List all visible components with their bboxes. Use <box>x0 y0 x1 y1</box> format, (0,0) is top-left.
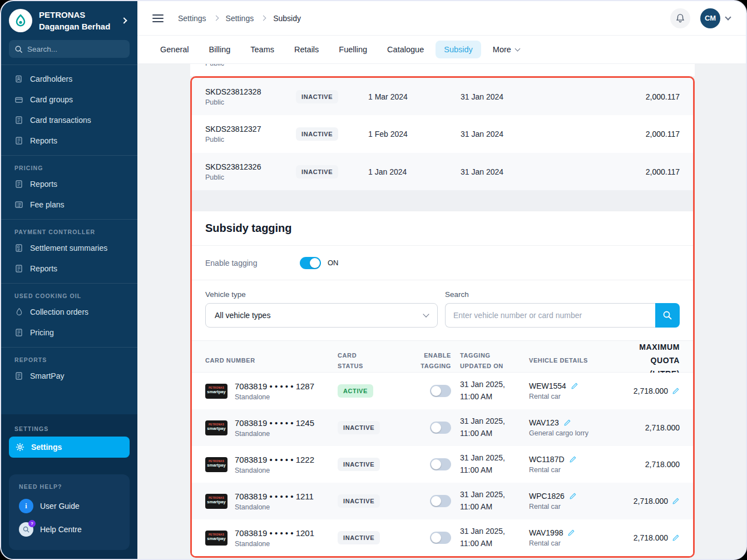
sidebar: PETRONAS Dagangan Berhad Cardholders Car… <box>1 1 137 559</box>
breadcrumb-item[interactable]: Settings <box>226 14 254 23</box>
row-tagging-toggle[interactable] <box>430 495 451 507</box>
table-row[interactable]: PETRONASsmartpay 7083819 • • • • • 1201S… <box>192 519 693 556</box>
sidebar-item-payment-reports[interactable]: Reports <box>1 258 137 279</box>
table-row[interactable]: SKDS23812327Public INACTIVE 1 Feb 2024 3… <box>192 115 693 152</box>
tagging-updated-on: 31 Jan 2025, 11:00 AM <box>451 526 529 549</box>
search-button[interactable] <box>655 303 680 328</box>
table-row[interactable]: SKDS23812328Public INACTIVE 1 Mar 2024 3… <box>192 78 693 115</box>
breadcrumb-item[interactable]: Settings <box>178 14 206 23</box>
notifications-button[interactable] <box>670 8 690 28</box>
row-tagging-toggle[interactable] <box>430 458 451 470</box>
user-guide-icon: i <box>19 499 33 513</box>
sidebar-item-label: SmartPay <box>30 371 64 380</box>
subsidy-content: Public SKDS23812328Public INACTIVE 1 Mar… <box>137 64 746 559</box>
sidebar-search-input[interactable] <box>27 45 124 53</box>
vehicle-type: Rental car <box>529 393 616 400</box>
edit-quota-icon[interactable] <box>672 387 680 395</box>
tab-billing[interactable]: Billing <box>201 41 239 58</box>
sidebar-item-uco-pricing[interactable]: Pricing <box>1 322 137 343</box>
table-row[interactable]: PETRONASsmartpay 7083819 • • • • • 1211S… <box>192 483 693 519</box>
chevron-right-icon <box>213 16 219 21</box>
reports-icon <box>14 264 23 273</box>
sidebar-item-reports[interactable]: Reports <box>1 130 137 151</box>
enable-tagging-toggle[interactable] <box>300 257 321 269</box>
table-row[interactable]: SKDS23812326Public INACTIVE 1 Jan 2024 3… <box>192 153 693 190</box>
card-type: Standalone <box>235 503 314 511</box>
edit-quota-icon[interactable] <box>672 534 680 542</box>
vehicle-type: Rental car <box>529 539 616 547</box>
tab-retails[interactable]: Retails <box>286 41 327 58</box>
settings-zone: SETTINGS Settings NEED HELP? i User Guid… <box>1 414 137 559</box>
help-centre-icon: ? <box>19 522 33 537</box>
tab-general[interactable]: General <box>152 41 197 58</box>
card-type: Standalone <box>235 467 314 474</box>
vehicle-number: WC1187D <box>529 455 565 464</box>
tab-teams[interactable]: Teams <box>242 41 283 58</box>
sidebar-item-label: Settlement summaries <box>30 244 107 252</box>
pricing-icon <box>14 328 23 337</box>
edit-vehicle-icon[interactable] <box>569 455 577 463</box>
card-number: 7083819 • • • • • 1287 <box>235 381 314 391</box>
sidebar-item-pricing-reports[interactable]: Reports <box>1 174 137 194</box>
column-header: CARD NUMBER <box>205 355 338 366</box>
tab-more-label: More <box>493 45 511 54</box>
help-centre-link[interactable]: ? Help Centre <box>16 518 123 541</box>
card-number: 7083819 • • • • • 1211 <box>235 492 314 501</box>
edit-vehicle-icon[interactable] <box>571 382 578 390</box>
row-tagging-toggle[interactable] <box>430 422 451 434</box>
sidebar-item-fee-plans[interactable]: Fee plans <box>1 194 137 215</box>
help-item-label: User Guide <box>40 502 80 511</box>
scheme-amount: 2,000.117 <box>577 167 680 176</box>
vehicle-search-input[interactable] <box>445 303 655 328</box>
vehicle-type-select[interactable]: All vehicle types <box>205 303 438 328</box>
sidebar-item-cardholders[interactable]: Cardholders <box>1 68 137 89</box>
tab-more[interactable]: More <box>484 41 528 58</box>
sidebar-collapse-chevron-icon[interactable] <box>121 17 127 23</box>
card-type: Standalone <box>235 540 314 548</box>
smartpay-card-logo: PETRONASsmartpay <box>205 420 227 435</box>
edit-vehicle-icon[interactable] <box>569 492 577 500</box>
sidebar-item-settlement-summaries[interactable]: Settlement summaries <box>1 237 137 258</box>
edit-quota-icon[interactable] <box>672 497 680 505</box>
edit-vehicle-icon[interactable] <box>567 529 575 537</box>
smartpay-card-logo: PETRONASsmartpay <box>205 457 227 472</box>
top-header: Settings Settings Subsidy CM <box>137 1 746 36</box>
row-tagging-toggle[interactable] <box>430 532 451 544</box>
column-header: ENABLE TAGGING <box>421 350 451 371</box>
chevron-down-icon[interactable] <box>725 14 731 20</box>
row-tagging-toggle[interactable] <box>430 385 451 397</box>
tagging-updated-on: 31 Jan 2025, 11:00 AM <box>451 415 529 439</box>
table-row[interactable]: PETRONASsmartpay 7083819 • • • • • 1222S… <box>192 446 693 483</box>
chevron-down-icon <box>423 311 429 317</box>
tab-catalogue[interactable]: Catalogue <box>379 41 432 58</box>
scheme-code: SKDS23812326 <box>205 162 296 171</box>
sidebar-item-card-groups[interactable]: Card groups <box>1 89 137 110</box>
sidebar-item-card-transactions[interactable]: Card transactions <box>1 110 137 130</box>
chevron-down-icon <box>515 46 520 52</box>
reports-icon <box>14 180 23 189</box>
avatar[interactable]: CM <box>700 8 720 28</box>
edit-vehicle-icon[interactable] <box>563 419 571 427</box>
scheme-visibility: Public <box>205 136 296 143</box>
max-quota: 2,718.000 <box>645 460 680 469</box>
vehicle-type: Rental car <box>529 503 616 511</box>
status-badge: INACTIVE <box>296 165 338 179</box>
company-name: PETRONAS Dagangan Berhad <box>39 9 115 32</box>
user-guide-link[interactable]: i User Guide <box>16 494 123 518</box>
sidebar-item-settings[interactable]: Settings <box>9 437 130 458</box>
card-number: 7083819 • • • • • 1222 <box>235 455 314 464</box>
card-groups-icon <box>14 95 23 104</box>
tab-fuelling[interactable]: Fuelling <box>330 41 375 58</box>
sidebar-item-collection-orders[interactable]: Collection orders <box>1 301 137 322</box>
sidebar-search[interactable] <box>9 40 130 58</box>
vehicle-number: WPC1826 <box>529 492 565 500</box>
scheme-visibility: Public <box>205 174 296 181</box>
table-row[interactable]: PETRONASsmartpay 7083819 • • • • • 1245S… <box>192 409 693 446</box>
sidebar-item-smartpay[interactable]: SmartPay <box>1 365 137 386</box>
enable-tagging-label: Enable tagging <box>205 259 300 267</box>
breadcrumb-item-current: Subsidy <box>273 14 301 23</box>
tab-subsidy[interactable]: Subsidy <box>436 41 481 58</box>
brand[interactable]: PETRONAS Dagangan Berhad <box>1 1 137 39</box>
hamburger-menu-icon[interactable] <box>152 14 164 22</box>
table-row[interactable]: PETRONASsmartpay 7083819 • • • • • 1287S… <box>192 373 693 409</box>
